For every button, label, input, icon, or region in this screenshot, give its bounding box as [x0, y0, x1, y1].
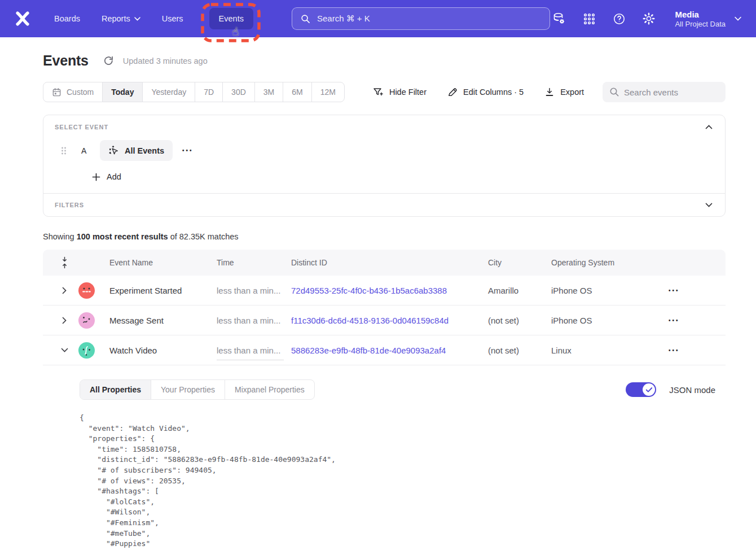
cell-event-name: Message Sent	[109, 316, 217, 325]
add-event-button[interactable]: Add	[92, 172, 121, 181]
event-picker-label: All Events	[125, 146, 164, 155]
cell-city: (not set)	[488, 346, 551, 355]
date-range-today[interactable]: Today	[102, 82, 142, 102]
expand-filters-button[interactable]	[704, 202, 714, 208]
events-table: Event Name Time Distinct ID City Operati…	[43, 250, 726, 550]
project-text: Media All Project Data	[675, 9, 726, 29]
date-range-selector: Custom Today Yesterday 7D 30D 3M 6M 12M	[43, 82, 345, 102]
select-event-section: SELECT EVENT A	[43, 115, 725, 193]
export-label: Export	[560, 88, 584, 97]
event-detail-panel: All Properties Your Properties Mixpanel …	[43, 365, 726, 550]
nav-item-label: Boards	[54, 14, 80, 23]
cell-city: (not set)	[488, 316, 551, 325]
refresh-button[interactable]	[103, 55, 114, 66]
date-option-label: Yesterday	[151, 88, 186, 97]
search-events-input[interactable]	[603, 82, 726, 102]
nav-item-label: Events	[219, 14, 244, 23]
table-row[interactable]: Message Sent less than a min... f11c30d6…	[43, 305, 726, 335]
last-updated-text: Updated 3 minutes ago	[123, 56, 208, 66]
cell-distinct-id[interactable]: 72d49553-25fc-4f0c-b436-1b5ac6ab3388	[291, 286, 488, 295]
nav-item-boards[interactable]: Boards	[54, 14, 80, 23]
row-more-options-button[interactable]: •••	[648, 287, 680, 294]
event-avatar	[78, 342, 95, 359]
date-range-custom[interactable]: Custom	[43, 82, 102, 102]
cell-time: less than a min...	[217, 316, 291, 325]
more-options-icon: •••	[182, 147, 194, 154]
collapse-row-button[interactable]	[61, 348, 68, 352]
mixpanel-logo[interactable]	[14, 10, 32, 28]
tab-all-properties[interactable]: All Properties	[80, 380, 151, 399]
expand-row-button[interactable]	[62, 287, 67, 294]
search-events-field	[603, 82, 726, 102]
event-picker-button[interactable]: All Events	[100, 140, 173, 161]
edit-columns-label: Edit Columns · 5	[463, 88, 524, 97]
row-more-options-button[interactable]: •••	[648, 347, 680, 353]
tab-mixpanel-properties[interactable]: Mixpanel Properties	[225, 380, 314, 399]
project-scope: All Project Data	[675, 20, 726, 28]
search-icon	[301, 14, 310, 24]
collapse-section-button[interactable]	[704, 124, 714, 130]
cell-time: less than a min...	[217, 286, 291, 295]
hide-filter-button[interactable]: Hide Filter	[373, 87, 427, 97]
sort-arrows-icon	[61, 256, 68, 269]
results-summary-suffix: of 82.35K matches	[168, 232, 239, 241]
date-range-30d[interactable]: 30D	[222, 82, 254, 102]
col-header-os: Operating System	[551, 258, 648, 267]
avatar-face	[78, 342, 95, 359]
help-button[interactable]	[612, 11, 626, 26]
chevron-right-icon	[62, 287, 67, 294]
nav-item-events[interactable]: Events ☝	[209, 8, 253, 29]
edit-columns-button[interactable]: Edit Columns · 5	[447, 87, 524, 97]
hand-cursor-icon: ☝	[231, 24, 240, 38]
export-button[interactable]: Export	[544, 87, 584, 97]
event-step-letter: A	[81, 146, 90, 155]
col-header-city: City	[488, 258, 551, 267]
date-option-label: 3M	[263, 88, 274, 97]
chevron-up-icon	[705, 125, 713, 129]
date-option-label: 12M	[320, 88, 336, 97]
check-icon	[645, 387, 653, 393]
add-event-label: Add	[107, 172, 121, 181]
date-range-yesterday[interactable]: Yesterday	[142, 82, 195, 102]
cell-distinct-id[interactable]: 5886283e-e9fb-48fb-81de-40e9093a2af4	[291, 346, 488, 355]
pencil-icon	[447, 87, 458, 97]
tab-your-properties[interactable]: Your Properties	[151, 380, 225, 399]
global-search[interactable]: Search ⌘ + K	[292, 7, 550, 30]
apps-grid-button[interactable]	[582, 11, 596, 26]
more-options-icon: •••	[669, 347, 680, 353]
table-header-row: Event Name Time Distinct ID City Operati…	[43, 250, 726, 276]
event-more-options-button[interactable]: •••	[182, 147, 194, 154]
settings-button[interactable]	[641, 11, 656, 26]
cell-distinct-id[interactable]: f11c30d6-dc6d-4518-9136-0d046159c84d	[291, 316, 488, 325]
nav-item-users[interactable]: Users	[162, 14, 183, 23]
col-header-time: Time	[217, 258, 291, 267]
table-row-expanded[interactable]: Watch Video less than a min... 5886283e-…	[43, 335, 726, 365]
properties-tabs: All Properties Your Properties Mixpanel …	[80, 379, 315, 400]
grid-dots-icon	[583, 12, 596, 25]
chevron-down-icon	[61, 348, 68, 352]
table-row[interactable]: Experiment Started less than a min... 72…	[43, 276, 726, 305]
nav-right-cluster: Media All Project Data	[552, 9, 741, 29]
date-range-12m[interactable]: 12M	[311, 82, 344, 102]
row-more-options-button[interactable]: •••	[648, 317, 680, 324]
drag-handle[interactable]	[60, 146, 67, 155]
help-circle-icon	[613, 12, 626, 25]
date-range-6m[interactable]: 6M	[283, 82, 311, 102]
nav-item-reports[interactable]: Reports	[102, 14, 140, 23]
data-management-button[interactable]	[552, 11, 566, 26]
table-toolbar: Hide Filter Edit Columns · 5 Export	[373, 87, 584, 97]
avatar-face	[78, 282, 95, 299]
json-mode-toggle[interactable]	[626, 382, 656, 397]
date-range-7d[interactable]: 7D	[195, 82, 222, 102]
filters-section: FILTERS	[43, 194, 725, 216]
expand-row-button[interactable]	[62, 317, 67, 324]
date-range-3m[interactable]: 3M	[254, 82, 283, 102]
chevron-down-icon	[134, 17, 140, 21]
col-header-distinct-id: Distinct ID	[291, 258, 488, 267]
toggle-knob	[643, 383, 655, 396]
nav-item-label: Reports	[102, 14, 130, 23]
drag-dots-icon	[60, 146, 67, 155]
sparkle-cursor-icon	[108, 145, 119, 156]
sort-time-button[interactable]	[61, 256, 68, 269]
project-selector[interactable]: Media All Project Data	[675, 9, 741, 29]
